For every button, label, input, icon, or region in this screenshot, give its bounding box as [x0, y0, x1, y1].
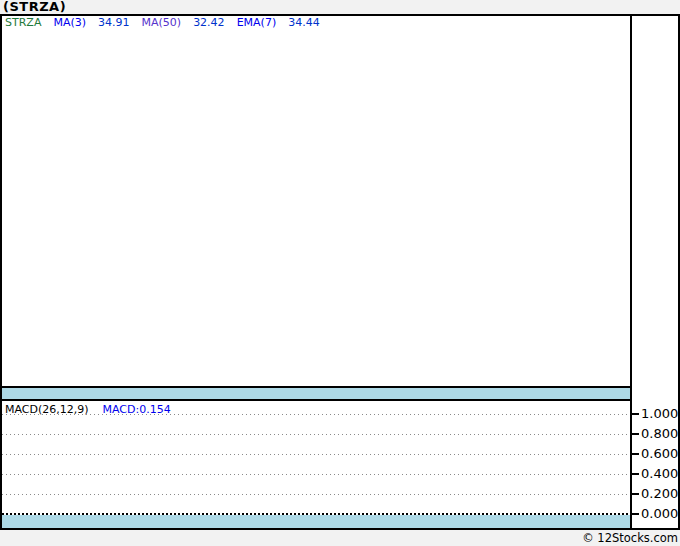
axis-tick: [632, 493, 639, 495]
date-axis-band-upper: [2, 386, 630, 401]
axis-tick: [632, 453, 639, 455]
gridline-0.400: [2, 474, 630, 475]
axis-tick: [632, 413, 639, 415]
gridline-1.000: [2, 414, 630, 415]
legend-ma3-label: MA(3): [53, 17, 86, 29]
chart-frame: [0, 14, 680, 530]
date-axis-band-lower: [2, 515, 630, 528]
price-panel-legend: STRZA MA(3) 34.91 MA(50) 32.42 EMA(7) 34…: [5, 17, 320, 29]
macd-axis-label: 0.000: [641, 507, 678, 520]
macd-axis-label: 1.000: [641, 407, 678, 420]
legend-ema7-value: 34.44: [288, 17, 320, 29]
axis-tick: [632, 433, 639, 435]
legend-ma50-label: MA(50): [142, 17, 182, 29]
macd-axis-label: 0.200: [641, 487, 678, 500]
axis-tick: [632, 473, 639, 475]
gridline-0.600: [2, 454, 630, 455]
legend-ema7-label: EMA(7): [237, 17, 277, 29]
legend-ma50-value: 32.42: [193, 17, 225, 29]
copyright-link[interactable]: © 12Stocks.com: [582, 531, 678, 545]
page-title: (STRZA): [3, 0, 66, 14]
macd-axis-label: 0.800: [641, 427, 678, 440]
macd-axis-label: 0.600: [641, 447, 678, 460]
legend-ma3-value: 34.91: [98, 17, 130, 29]
gridline-0.200: [2, 494, 630, 495]
macd-axis-label: 0.400: [641, 467, 678, 480]
legend-ticker-symbol: STRZA: [5, 17, 41, 29]
gridline-0.800: [2, 434, 630, 435]
axis-tick: [632, 513, 639, 515]
